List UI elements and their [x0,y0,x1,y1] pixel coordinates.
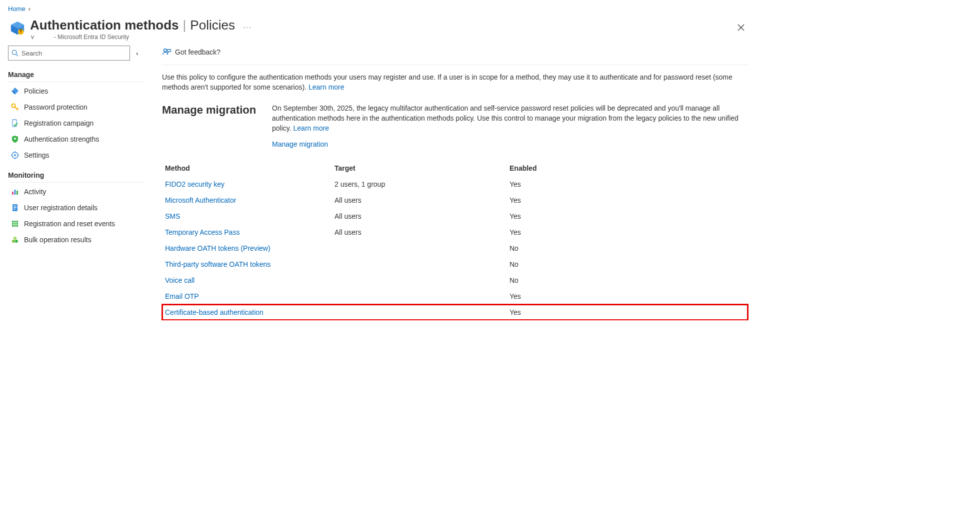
svg-rect-28 [14,209,16,209]
svg-marker-10 [12,91,15,95]
diamond-icon [9,87,21,95]
search-input[interactable] [22,50,126,57]
svg-point-37 [164,49,166,52]
method-name-link[interactable]: Temporary Access Pass [162,228,334,236]
svg-rect-24 [16,191,18,195]
sidebar-item-label: Registration campaign [24,119,94,127]
sidebar-item-user-registration[interactable]: User registration details [8,200,144,216]
feedback-button[interactable]: Got feedback? [162,46,220,59]
document-icon [9,204,21,212]
table-row[interactable]: Certificate-based authenticationYes [162,304,748,320]
manage-migration-link[interactable]: Manage migration [272,140,328,148]
table-row[interactable]: Voice callNo [162,272,748,288]
method-enabled: Yes [510,308,550,316]
sidebar: ‹‹ Manage Policies Password protection R… [8,43,148,320]
page-header: Authentication methods | Policies ··· v … [0,17,760,43]
sidebar-item-label: Registration and reset events [24,220,115,228]
sidebar-item-label: Bulk operation results [24,236,92,244]
intro-text: Use this policy to configure the authent… [162,72,748,92]
col-header-enabled: Enabled [510,164,550,172]
svg-point-36 [14,237,16,240]
cluster-icon [9,236,21,244]
table-row[interactable]: Third-party software OATH tokensNo [162,256,748,272]
method-target: 2 users, 1 group [334,180,510,188]
method-name-link[interactable]: Voice call [162,276,334,284]
sidebar-item-activity[interactable]: Activity [8,184,144,200]
sidebar-item-label: Password protection [24,103,88,111]
method-enabled: No [510,276,550,284]
sidebar-item-label: Authentication strengths [24,135,99,143]
method-enabled: Yes [510,212,550,220]
svg-point-17 [14,154,16,156]
page-title: Authentication methods [30,18,179,33]
method-name-link[interactable]: Third-party software OATH tokens [162,260,334,268]
sidebar-item-settings[interactable]: Settings [8,147,144,163]
migration-heading: Manage migration [162,103,272,117]
intro-learn-more-link[interactable]: Learn more [308,83,344,91]
sidebar-item-bulk-results[interactable]: Bulk operation results [8,232,144,248]
migration-description: On September 30th, 2025, the legacy mult… [272,104,738,132]
sidebar-item-label: Settings [24,151,50,159]
method-name-link[interactable]: Hardware OATH tokens (Preview) [162,244,334,252]
breadcrumb-home[interactable]: Home [8,5,26,13]
search-input-wrap[interactable] [8,46,130,61]
sidebar-item-auth-strengths[interactable]: Authentication strengths [8,131,144,147]
phone-check-icon [9,119,21,127]
breadcrumb: Home › [0,0,760,17]
sidebar-item-password-protection[interactable]: Password protection [8,99,144,115]
nav-group-monitoring: Monitoring [8,168,144,183]
table-row[interactable]: Email OTPYes [162,288,748,304]
method-enabled: Yes [510,180,550,188]
method-target: All users [334,196,510,204]
close-button[interactable] [733,20,749,36]
sidebar-item-reg-reset-events[interactable]: Registration and reset events [8,216,144,232]
method-name-link[interactable]: Email OTP [162,292,334,300]
barchart-icon [9,188,21,196]
svg-rect-27 [14,207,16,208]
key-icon [9,103,21,111]
search-icon [12,50,18,57]
migration-learn-more-link[interactable]: Learn more [294,124,330,132]
method-name-link[interactable]: Microsoft Authenticator [162,196,334,204]
scope-subtitle: v - Microsoft Entra ID Security [31,34,733,41]
svg-rect-26 [14,206,16,206]
toolbar: Got feedback? [162,46,748,65]
method-target: All users [334,228,510,236]
sidebar-item-policies[interactable]: Policies [8,83,144,99]
nav-group-manage: Manage [8,68,144,82]
method-enabled: No [510,260,550,268]
feedback-label: Got feedback? [175,48,220,56]
svg-point-5 [20,29,22,31]
collapse-sidebar-button[interactable]: ‹‹ [136,50,136,57]
title-separator: | [183,18,186,33]
method-enabled: No [510,244,550,252]
svg-point-34 [12,240,15,243]
method-name-link[interactable]: Certificate-based authentication [162,308,334,316]
auth-methods-icon [8,19,27,38]
chevron-right-icon: › [28,6,30,13]
method-name-link[interactable]: FIDO2 security key [162,180,334,188]
col-header-target: Target [334,164,510,172]
page-section: Policies [190,18,235,33]
svg-rect-22 [12,192,14,195]
methods-header-row: Method Target Enabled [162,160,748,176]
method-enabled: Yes [510,292,550,300]
feedback-icon [162,48,171,57]
sidebar-item-label: Policies [24,87,48,95]
table-row[interactable]: Hardware OATH tokens (Preview)No [162,240,748,256]
svg-line-7 [16,54,18,56]
more-actions-button[interactable]: ··· [243,23,252,31]
table-row[interactable]: Temporary Access PassAll usersYes [162,224,748,240]
table-row[interactable]: Microsoft AuthenticatorAll usersYes [162,192,748,208]
main-content: Got feedback? Use this policy to configu… [148,43,760,320]
method-enabled: Yes [510,228,550,236]
sidebar-item-registration-campaign[interactable]: Registration campaign [8,115,144,131]
table-row[interactable]: SMSAll usersYes [162,208,748,224]
table-row[interactable]: FIDO2 security key2 users, 1 groupYes [162,176,748,192]
svg-point-15 [14,138,16,140]
sidebar-item-label: Activity [24,188,46,196]
svg-rect-29 [12,221,18,227]
gear-icon [9,151,21,159]
method-name-link[interactable]: SMS [162,212,334,220]
table-icon [9,220,21,228]
